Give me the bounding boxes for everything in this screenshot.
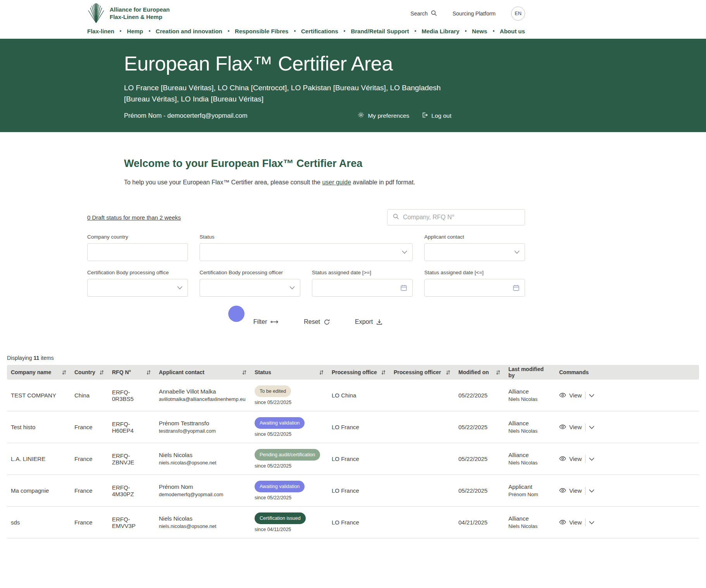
contact-name: Annabelle Villot Malka xyxy=(159,387,247,395)
nav-separator-dot xyxy=(228,30,229,32)
column-header-modified-on[interactable]: Modified on xyxy=(455,365,505,380)
nav-item-responsible-fibres[interactable]: Responsible Fibres xyxy=(235,28,288,34)
view-button[interactable]: View xyxy=(559,392,582,399)
table-header: Company name Country RFQ N° Applicant co… xyxy=(7,365,699,380)
cell-modified-on: 04/21/2025 xyxy=(455,507,505,538)
modified-by-org: Alliance xyxy=(508,451,551,459)
cell-rfq-number: ERFQ-H60EP4 xyxy=(108,411,155,443)
cb-officer-select[interactable] xyxy=(200,279,300,297)
hero-banner: European Flax™ Certifier Area LO France … xyxy=(0,39,706,132)
sort-icon[interactable] xyxy=(99,370,104,375)
cell-modified-on: 05/22/2025 xyxy=(455,380,505,411)
view-button[interactable]: View xyxy=(559,456,582,462)
cb-office-select[interactable] xyxy=(87,279,188,297)
sort-icon[interactable] xyxy=(62,370,67,375)
export-button[interactable]: Export xyxy=(355,318,382,325)
cell-processing-office: LO China xyxy=(328,380,390,411)
cell-country: France xyxy=(71,443,108,475)
contact-email: niels.nicolas@opsone.net xyxy=(159,523,247,530)
chevron-down-icon xyxy=(402,251,407,254)
row-expand-button[interactable] xyxy=(589,519,594,526)
user-guide-link[interactable]: user guide xyxy=(322,179,351,186)
nav-item-certifications[interactable]: Certifications xyxy=(301,28,338,34)
sort-icon[interactable] xyxy=(146,370,151,375)
date-to-input[interactable] xyxy=(424,279,525,297)
status-badge: Awaiting validation xyxy=(255,417,305,429)
search-input[interactable] xyxy=(403,214,519,221)
applicant-contact-select[interactable] xyxy=(424,243,525,261)
cell-company-name: L.A. LINIERE xyxy=(7,443,71,475)
contact-email: niels.nicolas@opsone.net xyxy=(159,459,247,467)
table-search-box[interactable] xyxy=(387,209,525,225)
refresh-icon xyxy=(324,319,330,325)
search-label: Search xyxy=(410,10,427,17)
column-header-status[interactable]: Status xyxy=(251,365,328,380)
rfq-table: Company name Country RFQ N° Applicant co… xyxy=(7,365,699,538)
search-toggle[interactable]: Search xyxy=(410,10,437,17)
view-button[interactable]: View xyxy=(559,487,582,494)
chevron-down-icon xyxy=(589,487,594,494)
nav-item-brand-retail-support[interactable]: Brand/Retail Support xyxy=(351,28,409,34)
column-header-applicant-contact[interactable]: Applicant contact xyxy=(155,365,251,380)
view-button[interactable]: View xyxy=(559,424,582,430)
nav-item-media-library[interactable]: Media Library xyxy=(422,28,460,34)
sort-icon[interactable] xyxy=(381,370,386,375)
filter-button[interactable]: Filter xyxy=(230,314,279,330)
date-from-input[interactable] xyxy=(312,279,413,297)
sort-icon[interactable] xyxy=(242,370,247,375)
column-header-rfq[interactable]: RFQ N° xyxy=(108,365,155,380)
cell-last-modified-by: Alliance Niels Nicolas xyxy=(505,443,555,475)
brand-name: Alliance for European Flax-Linen & Hemp xyxy=(110,6,170,21)
company-country-input[interactable] xyxy=(93,249,173,256)
language-button[interactable]: EN xyxy=(511,7,525,21)
cell-processing-officer xyxy=(390,380,455,411)
chevron-down-icon xyxy=(589,392,594,399)
sort-icon[interactable] xyxy=(319,370,324,375)
filter-cb-office: Certification Body processing office xyxy=(87,270,188,297)
logout-link[interactable]: Log out xyxy=(422,112,451,120)
view-label: View xyxy=(569,456,582,462)
brand-logo[interactable]: Alliance for European Flax-Linen & Hemp xyxy=(87,3,170,24)
sort-icon[interactable] xyxy=(446,370,451,375)
reset-button[interactable]: Reset xyxy=(304,318,330,325)
cell-applicant-contact: Niels Nicolas niels.nicolas@opsone.net xyxy=(155,443,251,475)
filter-status: Status xyxy=(200,234,413,261)
row-expand-button[interactable] xyxy=(589,392,594,399)
cell-commands: View xyxy=(555,507,699,538)
view-label: View xyxy=(569,519,582,526)
cell-commands: View xyxy=(555,443,699,475)
column-header-country[interactable]: Country xyxy=(71,365,108,380)
main-nav: Flax-linen Hemp Creation and innovation … xyxy=(87,26,525,39)
modified-by-org: Alliance xyxy=(508,419,551,427)
row-expand-button[interactable] xyxy=(589,487,594,494)
cell-applicant-contact: Prénom Nom demodemerfq@yopmail.com xyxy=(155,475,251,507)
nav-item-flax-linen[interactable]: Flax-linen xyxy=(87,28,114,34)
command-divider xyxy=(585,519,585,526)
my-preferences-link[interactable]: My preferences xyxy=(358,112,409,120)
nav-item-hemp[interactable]: Hemp xyxy=(127,28,143,34)
row-expand-button[interactable] xyxy=(589,456,594,462)
nav-item-creation-innovation[interactable]: Creation and innovation xyxy=(156,28,222,34)
chevron-down-icon xyxy=(514,251,520,254)
page-title: European Flax™ Certifier Area xyxy=(124,53,451,75)
nav-item-news[interactable]: News xyxy=(472,28,487,34)
view-button[interactable]: View xyxy=(559,519,582,526)
calendar-icon xyxy=(513,284,520,291)
status-since: since 05/22/2025 xyxy=(255,432,324,437)
chevron-down-icon xyxy=(589,456,594,462)
status-since: since 05/22/2025 xyxy=(255,400,324,405)
cell-applicant-contact: Niels Nicolas niels.nicolas@opsone.net xyxy=(155,507,251,538)
draft-status-link[interactable]: 0 Draft status for more than 2 weeks xyxy=(87,214,181,221)
sourcing-platform-link[interactable]: Sourcing Platform xyxy=(453,10,496,17)
search-icon xyxy=(431,10,437,17)
status-select[interactable] xyxy=(200,243,413,261)
nav-item-about-us[interactable]: About us xyxy=(500,28,525,34)
eye-icon xyxy=(559,424,566,430)
nav-separator-dot xyxy=(465,30,467,32)
sort-icon[interactable] xyxy=(496,370,501,375)
column-header-company-name[interactable]: Company name xyxy=(7,365,71,380)
column-header-processing-office[interactable]: Processing office xyxy=(328,365,390,380)
field-label: Certification Body processing office xyxy=(87,270,188,275)
row-expand-button[interactable] xyxy=(589,424,594,430)
column-header-processing-officer[interactable]: Processing officer xyxy=(390,365,455,380)
